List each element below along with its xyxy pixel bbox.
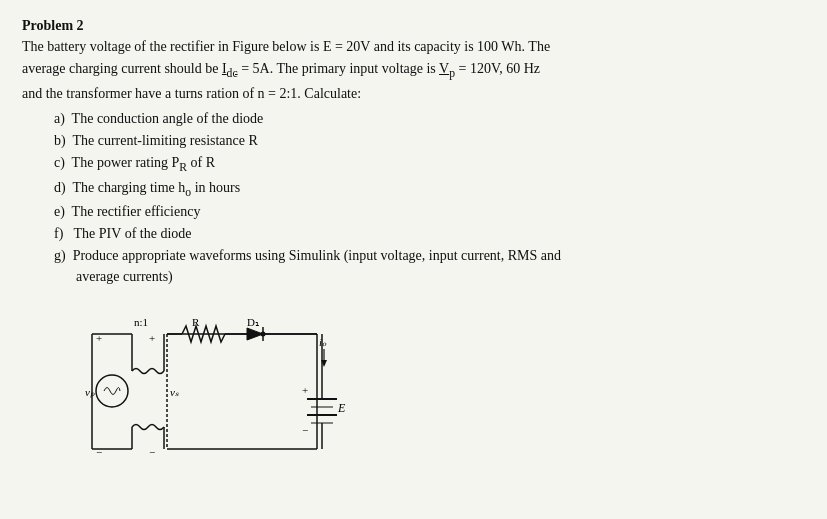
list-item-g: g) Produce appropriate waveforms using S… — [54, 245, 805, 267]
svg-text:−: − — [96, 446, 102, 458]
svg-text:vₛ: vₛ — [170, 386, 179, 398]
line2-end: = 120V, 60 Hz — [455, 61, 540, 76]
circuit-container: + − vₚ vₛ + − n:1 R D₁ — [22, 304, 805, 479]
svg-text:vₚ: vₚ — [85, 386, 95, 398]
list-item-d: d) The charging time ho in hours — [54, 177, 805, 202]
svg-text:−: − — [149, 446, 155, 458]
svg-text:D₁: D₁ — [247, 316, 259, 328]
line1: The battery voltage of the rectifier in … — [22, 39, 550, 54]
list-item-b: b) The current-limiting resistance R — [54, 130, 805, 152]
line2-pre: average charging current should be — [22, 61, 222, 76]
idc-label: Idc — [222, 61, 238, 76]
list-item-a: a) The conduction angle of the diode — [54, 108, 805, 130]
svg-point-21 — [261, 332, 266, 337]
line2-mid: = 5A. The primary input voltage is — [238, 61, 439, 76]
svg-text:E: E — [337, 401, 346, 415]
list-items: a) The conduction angle of the diode b) … — [22, 108, 805, 288]
problem-text: The battery voltage of the rectifier in … — [22, 36, 805, 104]
list-item-e: e) The rectifier efficiency — [54, 201, 805, 223]
svg-text:+: + — [96, 332, 102, 344]
line3: and the transformer have a turns ration … — [22, 86, 361, 101]
list-item-g-cont: average currents) — [76, 266, 805, 288]
list-item-f: f) The PIV of the diode — [54, 223, 805, 245]
circuit-svg: + − vₚ vₛ + − n:1 R D₁ — [82, 304, 422, 479]
svg-text:−: − — [302, 424, 308, 436]
list-item-c: c) The power rating PR of R — [54, 152, 805, 177]
svg-text:+: + — [149, 332, 155, 344]
svg-text:iₒ: iₒ — [319, 336, 327, 348]
svg-text:+: + — [302, 384, 308, 396]
problem-title: Problem 2 — [22, 18, 805, 34]
svg-text:n:1: n:1 — [134, 316, 148, 328]
vp-label: Vp — [439, 61, 455, 76]
svg-point-5 — [96, 375, 128, 407]
